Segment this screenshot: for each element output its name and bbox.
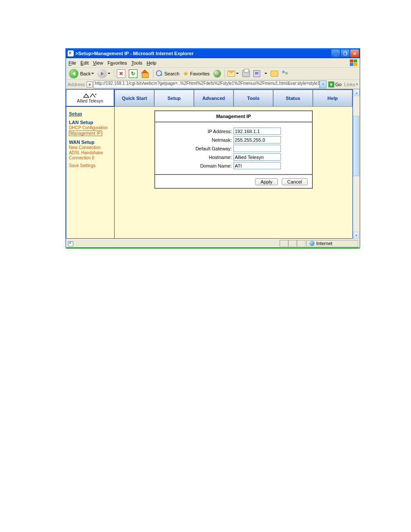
- cancel-button[interactable]: Cancel: [282, 178, 308, 185]
- menu-view[interactable]: View: [93, 60, 103, 65]
- stop-button[interactable]: ✕: [115, 68, 127, 79]
- refresh-button[interactable]: ↻: [128, 68, 139, 79]
- windows-logo-icon: [349, 59, 358, 67]
- sidebar-adsl-handshake[interactable]: ADSL Handshake: [69, 150, 112, 155]
- toolbar: Back ✕ ↻ Search ★Favorites: [66, 68, 360, 80]
- home-button[interactable]: [140, 68, 151, 79]
- allied-telesyn-icon: [82, 93, 98, 99]
- sidebar-connection-0[interactable]: Connection 0: [69, 156, 112, 160]
- print-button[interactable]: [241, 69, 251, 78]
- gateway-input[interactable]: [234, 145, 281, 152]
- tab-advanced[interactable]: Advanced: [194, 90, 234, 107]
- scroll-thumb[interactable]: [353, 116, 359, 176]
- address-label: Address: [68, 82, 85, 87]
- sidebar-wan-setup: WAN Setup: [69, 140, 112, 145]
- forward-button[interactable]: [96, 68, 112, 79]
- status-pane-1: [280, 240, 288, 247]
- globe-icon: [309, 241, 314, 246]
- browser-window: >Setup>Management IP - Microsoft Interne…: [65, 48, 360, 247]
- window-titlebar[interactable]: >Setup>Management IP - Microsoft Interne…: [66, 49, 360, 58]
- svg-rect-0: [350, 59, 353, 62]
- menu-file[interactable]: File: [68, 60, 76, 65]
- domain-name-label: Domain Name:: [161, 163, 234, 168]
- security-zone: Internet: [306, 240, 358, 247]
- tab-quick-start[interactable]: Quick Start: [115, 90, 154, 107]
- tab-help[interactable]: Help: [313, 90, 352, 107]
- history-button[interactable]: [212, 69, 222, 78]
- hostname-input[interactable]: [234, 153, 281, 161]
- tab-row: Quick Start Setup Advanced Tools Status …: [115, 90, 352, 107]
- netmask-input[interactable]: [234, 136, 281, 143]
- domain-name-input[interactable]: [234, 162, 281, 169]
- scroll-up-button[interactable]: ▴: [354, 89, 360, 96]
- close-button[interactable]: ✕: [350, 50, 359, 57]
- edit-button[interactable]: [252, 69, 262, 78]
- menu-tools[interactable]: Tools: [131, 60, 143, 65]
- tab-setup[interactable]: Setup: [154, 90, 194, 107]
- management-ip-panel: Management IP IP Address: Netmask: Defau…: [154, 110, 313, 189]
- netmask-label: Netmask:: [161, 137, 234, 143]
- sidebar: Setup LAN Setup DHCP Configuration Manag…: [66, 106, 114, 239]
- back-button[interactable]: Back: [68, 68, 95, 79]
- sidebar-save-settings[interactable]: Save Settings: [69, 163, 112, 168]
- vertical-scrollbar[interactable]: ▴ ▾: [353, 89, 360, 239]
- links-label[interactable]: Links: [344, 82, 355, 87]
- restore-button[interactable]: ❐: [341, 50, 349, 57]
- sidebar-dhcp[interactable]: DHCP Configuration: [69, 125, 112, 130]
- apply-button[interactable]: Apply: [255, 178, 278, 185]
- svg-rect-1: [354, 59, 357, 62]
- ie-icon: [68, 50, 74, 56]
- address-bar: Address e http://192.168.1.1/cgi-bin/web…: [66, 80, 360, 89]
- ip-address-label: IP Address:: [161, 129, 234, 134]
- links-chevron-icon[interactable]: »: [356, 82, 358, 86]
- go-button[interactable]: Go: [328, 81, 342, 87]
- page-icon: e: [87, 81, 93, 87]
- scroll-down-button[interactable]: ▾: [353, 232, 359, 239]
- edit-dd[interactable]: [262, 72, 268, 75]
- brand-logo: Allied Telesyn: [66, 89, 114, 106]
- status-pane-3: [297, 240, 305, 247]
- menu-edit[interactable]: Edit: [81, 60, 89, 65]
- svg-rect-2: [350, 63, 353, 66]
- search-button[interactable]: Search: [155, 69, 181, 78]
- menu-bar: File Edit View Favorites Tools Help: [66, 58, 360, 68]
- status-bar: Internet: [66, 239, 360, 247]
- svg-point-4: [95, 93, 97, 95]
- address-input[interactable]: http://192.168.1.1/cgi-bin/webcm?getpage…: [93, 81, 320, 88]
- svg-rect-3: [354, 63, 357, 66]
- tab-status[interactable]: Status: [273, 90, 313, 107]
- menu-help[interactable]: Help: [146, 60, 156, 65]
- sidebar-management-ip[interactable]: Management IP: [69, 131, 102, 136]
- sidebar-new-connection[interactable]: New Connection: [69, 145, 112, 150]
- main-content: Quick Start Setup Advanced Tools Status …: [114, 89, 353, 239]
- minimize-button[interactable]: _: [331, 50, 340, 57]
- status-page-icon: [68, 240, 74, 246]
- tab-tools[interactable]: Tools: [234, 90, 273, 107]
- messenger-button[interactable]: [280, 69, 291, 78]
- menu-favorites[interactable]: Favorites: [107, 60, 127, 65]
- taskbar-edge: [66, 247, 360, 249]
- ip-address-input[interactable]: [234, 128, 281, 135]
- mail-button[interactable]: [226, 70, 240, 78]
- panel-title: Management IP: [155, 111, 312, 122]
- address-dropdown[interactable]: ▾: [320, 81, 327, 88]
- gateway-label: Default Gateway:: [161, 146, 234, 151]
- window-title: >Setup>Management IP - Microsoft Interne…: [75, 51, 193, 56]
- favorites-button[interactable]: ★Favorites: [181, 69, 211, 78]
- go-arrow-icon: [328, 81, 334, 87]
- sidebar-header[interactable]: Setup: [69, 111, 112, 116]
- hostname-label: Hostname:: [161, 155, 234, 160]
- folder-button[interactable]: [269, 70, 280, 78]
- sidebar-lan-setup: LAN Setup: [69, 120, 112, 125]
- status-pane-2: [288, 240, 297, 247]
